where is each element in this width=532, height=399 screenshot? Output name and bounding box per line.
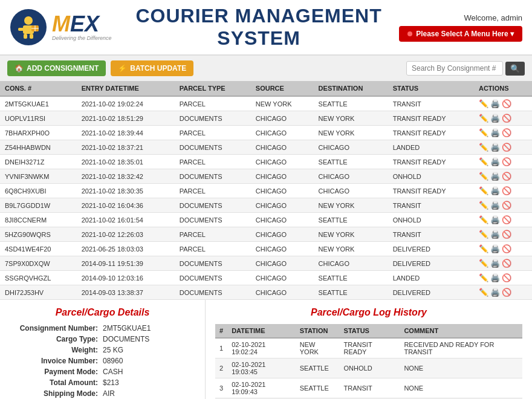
detail-row: Payment Mode: CASH: [12, 368, 193, 376]
edit-icon[interactable]: ✏️: [479, 273, 488, 282]
cell-type: DOCUMENTS: [175, 140, 251, 155]
delete-icon[interactable]: 🚫: [502, 186, 511, 195]
parcel-details-panel: Parcel/Cargo Details Consignment Number:…: [0, 300, 206, 399]
cell-cons: Z54HHABWDN: [0, 140, 77, 155]
log-status: ONHOLD: [340, 358, 400, 378]
print-icon[interactable]: 🖨️: [490, 157, 500, 166]
cell-source: CHICAGO: [251, 242, 314, 256]
edit-icon[interactable]: ✏️: [479, 288, 488, 297]
cell-type: DOCUMENTS: [175, 271, 251, 285]
delete-icon[interactable]: 🚫: [502, 201, 511, 210]
page-title: COURIER MANAGEMENT SYSTEM: [118, 5, 399, 50]
delete-icon[interactable]: 🚫: [502, 172, 511, 181]
detail-row: Shipping Mode: AIR: [12, 389, 193, 398]
cell-actions: ✏️ 🖨️ 🚫: [474, 111, 532, 126]
toolbar: 🏠 ADD CONSIGNMENT ⚡ BATCH UPDATE 🔍: [0, 56, 532, 81]
add-consignment-button[interactable]: 🏠 ADD CONSIGNMENT: [7, 60, 106, 76]
cell-type: DOCUMENTS: [175, 213, 251, 227]
menu-select-button[interactable]: Please Select A Menu Here ▾: [399, 26, 522, 42]
search-button[interactable]: 🔍: [505, 62, 525, 76]
edit-icon[interactable]: ✏️: [479, 230, 488, 239]
print-icon[interactable]: 🖨️: [490, 114, 500, 123]
edit-icon[interactable]: ✏️: [479, 143, 488, 152]
detail-label: Invoice Number:: [12, 357, 103, 365]
cell-type: PARCEL: [175, 242, 251, 256]
print-icon[interactable]: 🖨️: [490, 273, 500, 282]
print-icon[interactable]: 🖨️: [490, 244, 500, 253]
print-icon[interactable]: 🖨️: [490, 288, 500, 297]
delete-icon[interactable]: 🚫: [502, 99, 511, 108]
detail-label: Cargo Type:: [12, 335, 103, 343]
header-title: COURIER MANAGEMENT SYSTEM: [118, 5, 399, 50]
delete-icon[interactable]: 🚫: [502, 288, 511, 297]
cell-status: TRANSIT: [388, 198, 474, 213]
logo-icon: [10, 8, 47, 46]
print-icon[interactable]: 🖨️: [490, 143, 500, 152]
cell-cons: SSGRQVHGZL: [0, 271, 77, 285]
log-history-heading: Parcel/Cargo Log History: [215, 307, 522, 318]
edit-icon[interactable]: ✏️: [479, 99, 488, 108]
print-icon[interactable]: 🖨️: [490, 215, 500, 224]
cell-cons: DHI72J53HV: [0, 285, 77, 300]
cell-destination: CHICAGO: [314, 256, 388, 271]
edit-icon[interactable]: ✏️: [479, 244, 488, 253]
cell-type: DOCUMENTS: [175, 111, 251, 126]
log-table-row: 2 02-10-2021 19:03:45 SEATTLE ONHOLD NON…: [215, 358, 522, 378]
print-icon[interactable]: 🖨️: [490, 259, 500, 268]
edit-icon[interactable]: ✏️: [479, 201, 488, 210]
log-station: NEW YORK: [296, 338, 340, 358]
cell-datetime: 2021-06-25 18:03:03: [77, 242, 175, 256]
table-header-row: CONS. # ENTRY DATETIME PARCEL TYPE SOURC…: [0, 81, 532, 96]
cell-destination: SEATTLE: [314, 155, 388, 169]
edit-icon[interactable]: ✏️: [479, 215, 488, 224]
delete-icon[interactable]: 🚫: [502, 215, 511, 224]
logo-text: MEX Delivering the Difference: [52, 13, 112, 41]
detail-row: Cargo Type: DOCUMENTS: [12, 335, 193, 343]
print-icon[interactable]: 🖨️: [490, 186, 500, 195]
batch-update-button[interactable]: ⚡ BATCH UPDATE: [111, 60, 193, 76]
delete-icon[interactable]: 🚫: [502, 143, 511, 152]
detail-value: $213: [103, 378, 119, 387]
log-station: SEATTLE: [296, 378, 340, 398]
log-comment: NONE: [400, 378, 522, 398]
table-row: 5HZG90WQRS 2021-10-02 12:26:03 PARCEL CH…: [0, 227, 532, 242]
cell-destination: NEW YORK: [314, 242, 388, 256]
lightning-icon: ⚡: [118, 64, 127, 73]
col-datetime: ENTRY DATETIME: [77, 81, 175, 96]
print-icon[interactable]: 🖨️: [490, 201, 500, 210]
cell-type: DOCUMENTS: [175, 256, 251, 271]
detail-label: Total Amount:: [12, 378, 103, 387]
delete-icon[interactable]: 🚫: [502, 128, 511, 137]
log-col-comment: COMMENT: [400, 324, 522, 338]
delete-icon[interactable]: 🚫: [502, 244, 511, 253]
print-icon[interactable]: 🖨️: [490, 99, 500, 108]
detail-row: Consignment Number: 2MT5GKUAE1: [12, 324, 193, 332]
print-icon[interactable]: 🖨️: [490, 128, 500, 137]
cell-actions: ✏️ 🖨️ 🚫: [474, 184, 532, 198]
edit-icon[interactable]: ✏️: [479, 114, 488, 123]
cell-cons: 7BHARXPH0O: [0, 126, 77, 140]
delete-icon[interactable]: 🚫: [502, 157, 511, 166]
edit-icon[interactable]: ✏️: [479, 172, 488, 181]
delete-icon[interactable]: 🚫: [502, 259, 511, 268]
delete-icon[interactable]: 🚫: [502, 273, 511, 282]
detail-value: DOCUMENTS: [103, 335, 149, 343]
delete-icon[interactable]: 🚫: [502, 114, 511, 123]
edit-icon[interactable]: ✏️: [479, 186, 488, 195]
print-icon[interactable]: 🖨️: [490, 172, 500, 181]
cell-destination: SEATTLE: [314, 213, 388, 227]
cell-status: TRANSIT READY: [388, 184, 474, 198]
edit-icon[interactable]: ✏️: [479, 259, 488, 268]
log-datetime: 02-10-2021 19:03:45: [227, 358, 296, 378]
edit-icon[interactable]: ✏️: [479, 128, 488, 137]
delete-icon[interactable]: 🚫: [502, 230, 511, 239]
cell-cons: DNEIH3271Z: [0, 155, 77, 169]
print-icon[interactable]: 🖨️: [490, 230, 500, 239]
detail-row: Invoice Number: 08960: [12, 357, 193, 365]
cell-cons: B9L7GGDD1W: [0, 198, 77, 213]
cell-datetime: 2014-09-11 19:51:39: [77, 256, 175, 271]
edit-icon[interactable]: ✏️: [479, 157, 488, 166]
cell-destination: NEW YORK: [314, 227, 388, 242]
col-status: STATUS: [388, 81, 474, 96]
search-input[interactable]: [406, 61, 503, 76]
